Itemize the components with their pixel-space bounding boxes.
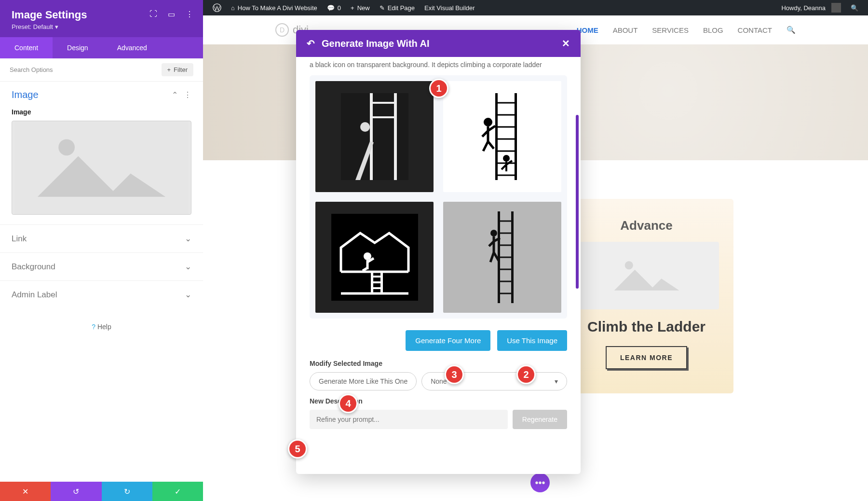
settings-sidebar: Image Settings Preset: Default ▾ ⛶ ▭ ⋮ C… <box>0 0 203 501</box>
image-section-header[interactable]: Image ⌃⋮ <box>0 82 203 104</box>
svg-point-3 <box>58 139 75 155</box>
wp-admin-bar: ⌂How To Make A Divi Website 💬0 +New ✎Edi… <box>203 0 868 15</box>
svg-point-6 <box>624 261 633 269</box>
chevron-down-icon: ⌄ <box>185 234 191 244</box>
generated-image-3[interactable] <box>315 202 434 313</box>
comments-link[interactable]: 💬0 <box>322 4 346 12</box>
svg-point-44 <box>490 230 497 237</box>
builder-fab[interactable]: ••• <box>530 473 550 492</box>
callout-2: 2 <box>516 365 536 384</box>
nav-services[interactable]: SERVICES <box>652 26 689 34</box>
help-link[interactable]: ? Help <box>0 308 203 345</box>
callout-5: 5 <box>288 439 307 459</box>
exit-visual-builder-link[interactable]: Exit Visual Builder <box>420 4 480 12</box>
svg-rect-1 <box>14 121 189 214</box>
card-heading: Advance <box>574 218 719 233</box>
search-icon[interactable]: 🔍 <box>846 4 863 12</box>
generated-images-grid <box>310 75 567 319</box>
modal-header: ↶ Generate Image With AI ✕ <box>296 30 581 57</box>
nav-about[interactable]: ABOUT <box>613 26 638 34</box>
svg-rect-4 <box>602 252 691 299</box>
search-options-input[interactable]: Search Options <box>10 66 53 73</box>
new-content-link[interactable]: +New <box>346 4 375 12</box>
chevron-down-icon: ▾ <box>555 377 558 385</box>
admin-label-section[interactable]: Admin Label⌄ <box>0 280 203 308</box>
svg-rect-28 <box>380 272 383 293</box>
card-advance: Advance Climb the Ladder LEARN MORE <box>560 199 733 393</box>
svg-point-0 <box>213 4 221 12</box>
expand-icon[interactable]: ⛶ <box>149 10 157 19</box>
callout-3: 3 <box>445 365 464 384</box>
chevron-down-icon: ⌄ <box>185 262 191 272</box>
svg-point-23 <box>484 118 492 126</box>
settings-tabs: Content Design Advanced <box>0 37 203 58</box>
wp-logo[interactable] <box>208 3 226 12</box>
cancel-button[interactable]: ✕ <box>0 482 51 501</box>
redo-button[interactable]: ↻ <box>102 482 152 501</box>
svg-rect-9 <box>394 93 397 180</box>
back-icon[interactable]: ↶ <box>307 38 315 49</box>
responsive-icon[interactable]: ▭ <box>168 10 175 19</box>
svg-rect-8 <box>370 93 373 180</box>
svg-rect-14 <box>495 93 498 180</box>
callout-4: 4 <box>339 394 358 413</box>
more-icon[interactable]: ⋮ <box>186 10 193 19</box>
tab-advanced[interactable]: Advanced <box>103 37 162 58</box>
sidebar-footer: ✕ ↺ ↻ ✓ <box>0 482 203 501</box>
svg-point-32 <box>364 252 371 260</box>
edit-page-link[interactable]: ✎Edit Page <box>375 4 420 12</box>
image-field-label: Image <box>0 104 203 121</box>
card-image-placeholder <box>574 242 719 309</box>
background-section[interactable]: Background⌄ <box>0 252 203 280</box>
svg-point-13 <box>360 122 370 132</box>
link-section[interactable]: Link⌄ <box>0 224 203 252</box>
generated-image-1[interactable] <box>315 81 434 192</box>
modal-scrollbar[interactable] <box>576 115 579 289</box>
generated-image-4[interactable] <box>443 202 561 313</box>
chevron-up-icon[interactable]: ⌃ <box>172 90 178 99</box>
svg-point-24 <box>503 155 510 162</box>
save-button[interactable]: ✓ <box>152 482 203 501</box>
close-icon[interactable]: ✕ <box>562 38 570 49</box>
svg-rect-15 <box>515 93 517 180</box>
preset-selector[interactable]: Preset: Default ▾ <box>12 23 191 30</box>
generate-more-like-button[interactable]: Generate More Like This One <box>310 372 417 390</box>
search-options-row: Search Options +Filter <box>0 58 203 82</box>
tab-design[interactable]: Design <box>53 37 103 58</box>
modal-title: Generate Image With AI <box>322 38 430 49</box>
prompt-description: a black icon on transparent background. … <box>310 61 567 69</box>
refine-prompt-input[interactable] <box>310 410 508 429</box>
filter-button[interactable]: +Filter <box>162 63 193 76</box>
generated-image-2[interactable] <box>443 81 561 192</box>
svg-rect-36 <box>511 211 514 303</box>
site-name-link[interactable]: ⌂How To Make A Divi Website <box>226 4 322 12</box>
chevron-down-icon: ⌄ <box>185 290 191 300</box>
modify-style-select[interactable]: None▾ <box>421 372 567 390</box>
tab-content[interactable]: Content <box>0 37 53 58</box>
section-more-icon[interactable]: ⋮ <box>184 90 191 99</box>
regenerate-button[interactable]: Regenerate <box>513 410 567 429</box>
sidebar-header: Image Settings Preset: Default ▾ ⛶ ▭ ⋮ <box>0 0 203 37</box>
user-greeting[interactable]: Howdy, Deanna <box>776 3 846 13</box>
callout-1: 1 <box>429 79 448 98</box>
nav-blog[interactable]: BLOG <box>703 26 723 34</box>
generate-four-more-button[interactable]: Generate Four More <box>406 330 490 351</box>
use-this-image-button[interactable]: Use This Image <box>497 330 567 351</box>
undo-button[interactable]: ↺ <box>51 482 101 501</box>
svg-rect-7 <box>341 93 408 180</box>
learn-more-button[interactable]: LEARN MORE <box>606 346 687 369</box>
nav-contact[interactable]: CONTACT <box>738 26 772 34</box>
image-preview-placeholder[interactable] <box>12 121 191 215</box>
card-title: Climb the Ladder <box>574 318 719 335</box>
nav-search-icon[interactable]: 🔍 <box>787 26 796 34</box>
svg-rect-27 <box>371 272 373 293</box>
